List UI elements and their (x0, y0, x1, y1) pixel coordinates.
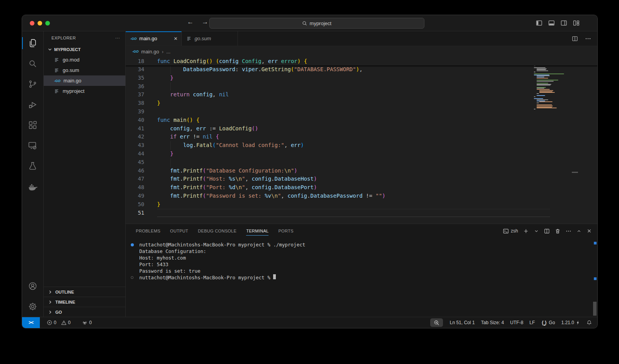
activity-search[interactable] (22, 53, 44, 74)
code-line[interactable]: 42 if err != nil { (126, 133, 550, 141)
split-editor-icon[interactable] (572, 36, 578, 42)
indentation-status[interactable]: Tab Size: 4 (478, 317, 507, 328)
panel-tab-debug-console[interactable]: DEBUG CONSOLE (198, 224, 237, 238)
activity-docker[interactable] (22, 176, 44, 197)
file-row-myproject[interactable]: myproject (44, 86, 125, 96)
ports-status[interactable]: 0 (79, 317, 95, 328)
close-window-button[interactable] (30, 21, 34, 26)
minimap-row (537, 77, 544, 77)
tab-go-sum[interactable]: go.sum (182, 31, 238, 46)
nav-back-button[interactable]: ← (185, 18, 195, 26)
nav-forward-button[interactable]: → (200, 18, 210, 26)
panel-more-actions-icon[interactable] (566, 228, 571, 234)
activity-settings[interactable] (22, 296, 44, 317)
toggle-secondary-sidebar-icon[interactable] (561, 20, 567, 26)
folder-myproject[interactable]: MYPROJECT (44, 44, 125, 55)
minimap-row (537, 106, 553, 106)
go-version-status[interactable]: 1.21.0 (558, 317, 583, 328)
more-actions-icon[interactable] (585, 36, 591, 42)
minimap-row (534, 109, 535, 109)
panel-tab-output[interactable]: OUTPUT (170, 224, 188, 238)
sticky-code-line[interactable]: 18func LoadConfig() (config Config, err … (126, 57, 307, 65)
terminal-dropdown-chevron-icon[interactable] (534, 229, 539, 234)
code-editor[interactable]: 18func LoadConfig() (config Config, err … (126, 57, 597, 224)
line-content: } (157, 99, 550, 108)
code-line[interactable]: 40func main() { (126, 116, 550, 125)
activity-remote-explorer[interactable] (22, 135, 44, 156)
explorer-actions-icon[interactable]: ··· (115, 36, 120, 40)
code-line[interactable]: 38} (126, 99, 550, 108)
remote-indicator[interactable]: >< (22, 317, 40, 328)
zoom-status-button[interactable] (430, 318, 443, 327)
command-center-search[interactable]: myproject (209, 18, 424, 29)
breadcrumb-symbol[interactable]: ... (166, 49, 171, 55)
sticky-scroll-line[interactable]: 18func LoadConfig() (config Config, err … (126, 57, 550, 65)
file-row-go-sum[interactable]: go.sum (44, 65, 125, 75)
code-line[interactable]: 44 } (126, 150, 550, 158)
notifications-bell[interactable] (583, 317, 597, 328)
line-content: log.Fatal("Cannot load config:", err) (157, 141, 550, 150)
warning-icon (61, 320, 67, 325)
file-row-go-mod[interactable]: go.mod (44, 55, 125, 65)
sidebar-section-go[interactable]: GO (44, 307, 125, 317)
code-line[interactable]: 41 config, err := LoadConfig() (126, 125, 550, 133)
breadcrumb[interactable]: -GO main.go › ... (126, 46, 597, 57)
cursor-position-status[interactable]: Ln 51, Col 1 (447, 317, 478, 328)
toggle-primary-sidebar-icon[interactable] (536, 20, 542, 26)
file-row-main-go[interactable]: -GOmain.go (44, 75, 125, 86)
problems-status[interactable]: 0 0 (44, 317, 74, 328)
zoom-window-button[interactable] (45, 21, 50, 26)
encoding-status[interactable]: UTF-8 (507, 317, 527, 328)
panel-tab-problems[interactable]: PROBLEMS (136, 224, 161, 238)
close-tab-icon[interactable]: ✕ (174, 36, 178, 41)
traffic-lights (30, 21, 50, 26)
panel-scrollbar[interactable] (593, 302, 597, 316)
activity-source-control[interactable] (22, 74, 44, 94)
kill-terminal-trash-icon[interactable] (555, 228, 561, 234)
code-line[interactable]: 51 (126, 209, 550, 217)
terminal-text: nuttachot@Machintoshs-MacBook-Pro myproj… (139, 241, 305, 248)
section-label: TIMELINE (55, 300, 75, 304)
close-panel-icon[interactable] (587, 228, 592, 234)
shell-label: zsh (511, 228, 518, 234)
toggle-panel-icon[interactable] (548, 20, 555, 26)
code-line[interactable]: 47 fmt.Printf("Host: %s\n", config.Datab… (126, 175, 550, 183)
sidebar-section-timeline[interactable]: TIMELINE (44, 297, 125, 307)
language-mode-status[interactable]: { } Go (538, 317, 558, 328)
code-line[interactable]: 48 fmt.Printf("Port: %d\n", config.Datab… (126, 183, 550, 192)
panel-tab-ports[interactable]: PORTS (278, 224, 293, 238)
activity-extensions[interactable] (22, 115, 44, 135)
tab-main-go[interactable]: -GO main.go ✕ (126, 31, 182, 46)
shell-selector[interactable]: zsh (503, 228, 518, 234)
sidebar-section-outline[interactable]: OUTLINE (44, 287, 125, 297)
terminal[interactable]: nuttachot@Machintoshs-MacBook-Pro myproj… (126, 238, 597, 317)
code-line[interactable]: 46 fmt.Printf("Database Configuration:\n… (126, 167, 550, 175)
code-line[interactable]: 49 fmt.Printf("Password is set: %v\n", c… (126, 192, 550, 200)
editor-scrollbar[interactable] (572, 172, 578, 173)
line-content: } (157, 150, 550, 158)
code-line[interactable]: 36 (126, 82, 550, 91)
activity-accounts[interactable] (22, 276, 44, 296)
code-line[interactable]: 45 (126, 158, 550, 167)
line-content: } (157, 74, 550, 82)
maximize-panel-chevron-up-icon[interactable] (576, 229, 581, 234)
file-label: go.mod (63, 57, 79, 63)
code-line[interactable]: 37 return config, nil (126, 91, 550, 99)
panel-tab-terminal[interactable]: TERMINAL (246, 224, 268, 238)
breadcrumb-separator-icon: › (162, 49, 163, 55)
minimize-window-button[interactable] (38, 21, 42, 26)
breadcrumb-file[interactable]: main.go (141, 49, 159, 55)
code-line[interactable]: 50} (126, 200, 550, 209)
customize-layout-icon[interactable] (573, 20, 580, 26)
activity-explorer[interactable] (22, 33, 44, 53)
code-line[interactable]: 35 } (126, 74, 550, 82)
code-line[interactable]: 39 (126, 108, 550, 116)
eol-status[interactable]: LF (527, 317, 538, 328)
new-terminal-icon[interactable] (523, 228, 529, 234)
code-line[interactable]: 43 log.Fatal("Cannot load config:", err) (126, 141, 550, 150)
activity-run-debug[interactable] (22, 94, 44, 115)
minimap-row (537, 85, 551, 85)
activity-testing[interactable] (22, 156, 44, 176)
split-terminal-icon[interactable] (544, 228, 550, 234)
account-icon (28, 281, 38, 291)
